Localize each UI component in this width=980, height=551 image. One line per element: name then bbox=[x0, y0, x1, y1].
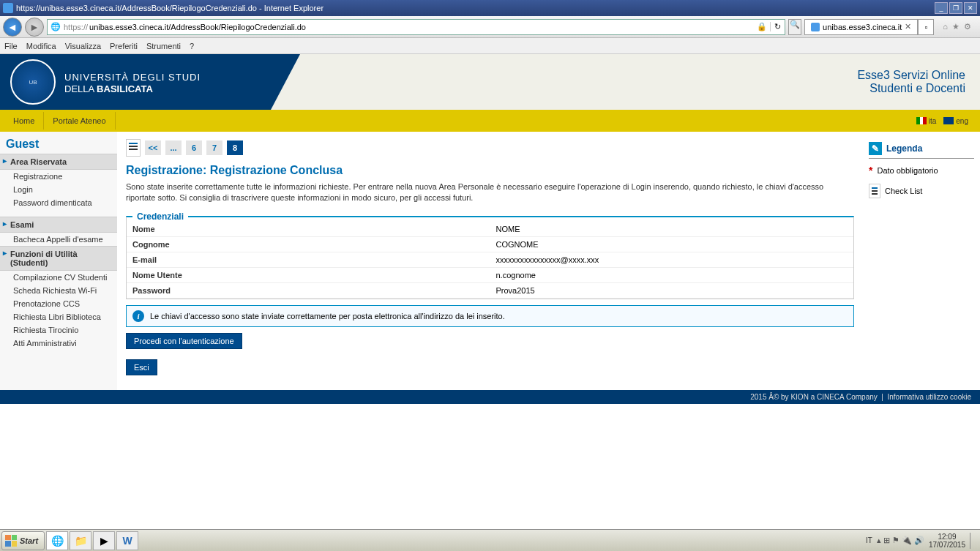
service-title-2: Studenti e Docenti bbox=[857, 82, 965, 95]
window-minimize[interactable]: _ bbox=[935, 2, 948, 14]
sidebar-group-utilita[interactable]: Funzioni di Utilità (Studenti) bbox=[0, 246, 117, 271]
exit-button[interactable]: Esci bbox=[126, 359, 157, 375]
url-input[interactable] bbox=[88, 20, 754, 34]
window-close[interactable]: ✕ bbox=[964, 2, 977, 14]
uni-name-1a: UNIVERSITÀ bbox=[64, 72, 129, 83]
checklist-icon bbox=[126, 139, 141, 157]
sidebar-link-registrazione[interactable]: Registrazione bbox=[0, 170, 117, 183]
sidebar-link-cv[interactable]: Compilazione CV Studenti bbox=[0, 271, 117, 284]
value-password: Prova2015 bbox=[490, 282, 854, 298]
url-prefix: https:// bbox=[64, 23, 88, 31]
table-row: Nome Utenten.cognome bbox=[127, 267, 853, 282]
label-email: E-mail bbox=[127, 252, 490, 267]
wizard-step-7[interactable]: 7 bbox=[206, 140, 222, 155]
table-row: CognomeCOGNOME bbox=[127, 236, 853, 252]
nav-home[interactable]: Home bbox=[4, 112, 44, 130]
asterisk-icon: * bbox=[869, 165, 872, 176]
uni-name-1b: DEGLI STUDI bbox=[132, 72, 201, 83]
nav-forward-button[interactable]: ► bbox=[25, 18, 44, 37]
home-icon[interactable]: ⌂ bbox=[943, 22, 948, 31]
favicon-icon bbox=[811, 23, 820, 31]
label-utente: Nome Utente bbox=[127, 267, 490, 282]
proceed-auth-button[interactable]: Procedi con l'autenticazione bbox=[126, 333, 242, 349]
legend-header: ✎ Legenda bbox=[869, 139, 974, 159]
sidebar-link-bacheca[interactable]: Bacheca Appelli d'esame bbox=[0, 233, 117, 246]
value-nome: NOME bbox=[490, 222, 854, 237]
legend-icon: ✎ bbox=[869, 142, 882, 155]
ie-page-icon: 🌐 bbox=[48, 22, 64, 31]
window-restore[interactable]: ❐ bbox=[949, 2, 962, 14]
label-nome: Nome bbox=[127, 222, 490, 237]
sidebar-link-wifi[interactable]: Scheda Richiesta Wi-Fi bbox=[0, 284, 117, 297]
search-dropdown[interactable]: 🔍 bbox=[788, 19, 801, 35]
credentials-fieldset: Credenziali NomeNOME CognomeCOGNOME E-ma… bbox=[126, 211, 854, 299]
footer-copyright: 2015 Â© by KION a CINECA Company bbox=[750, 393, 878, 401]
intro-text: Sono state inserite correttamente tutte … bbox=[126, 181, 854, 204]
main-content: << ... 6 7 8 Registrazione: Registrazion… bbox=[117, 132, 863, 390]
favorites-icon[interactable]: ★ bbox=[952, 22, 960, 31]
sidebar-link-password[interactable]: Password dimenticata bbox=[0, 196, 117, 209]
footer-cookie-link[interactable]: Informativa utilizzo cookie bbox=[888, 393, 972, 401]
sidebar-link-atti[interactable]: Atti Amministrativi bbox=[0, 337, 117, 350]
sidebar-group-esami[interactable]: Esami bbox=[0, 217, 117, 233]
checklist-small-icon bbox=[869, 184, 880, 198]
menu-tools[interactable]: Strumenti bbox=[146, 42, 181, 50]
value-email: xxxxxxxxxxxxxxxx@xxxx.xxx bbox=[490, 252, 854, 267]
browser-tab[interactable]: unibas.esse3.cineca.it ✕ bbox=[804, 19, 918, 35]
legend-checklist-label: Check List bbox=[885, 187, 922, 195]
sidebar-guest-title: Guest bbox=[0, 132, 117, 154]
site-header: UB UNIVERSITÀ DEGLI STUDI DELLA BASILICA… bbox=[0, 54, 980, 110]
menu-help[interactable]: ? bbox=[190, 42, 194, 50]
browser-navbar: ◄ ► 🌐 https:// 🔒 ↻ 🔍 unibas.esse3.cineca… bbox=[0, 16, 980, 38]
legend-title: Legenda bbox=[886, 143, 922, 154]
table-row: NomeNOME bbox=[127, 222, 853, 237]
wizard-step-8[interactable]: 8 bbox=[227, 140, 243, 155]
credentials-table: NomeNOME CognomeCOGNOME E-mailxxxxxxxxxx… bbox=[127, 222, 853, 299]
menu-edit[interactable]: Modifica bbox=[26, 42, 56, 50]
wizard-step-back[interactable]: << bbox=[145, 140, 161, 155]
sidebar-link-login[interactable]: Login bbox=[0, 183, 117, 196]
window-title: https://unibas.esse3.cineca.it/AddressBo… bbox=[16, 4, 323, 12]
info-message-text: Le chiavi d'accesso sono state inviate c… bbox=[150, 312, 505, 321]
info-icon: i bbox=[132, 310, 144, 322]
table-row: PasswordProva2015 bbox=[127, 282, 853, 298]
legend-checklist: Check List bbox=[869, 178, 974, 200]
new-tab-button[interactable]: ▫ bbox=[918, 19, 934, 35]
menu-file[interactable]: File bbox=[4, 42, 18, 50]
address-bar[interactable]: 🌐 https:// 🔒 ↻ bbox=[47, 19, 785, 35]
refresh-button[interactable]: ↻ bbox=[770, 22, 785, 31]
wizard-step-6[interactable]: 6 bbox=[186, 140, 202, 155]
nav-back-button[interactable]: ◄ bbox=[3, 18, 22, 37]
left-sidebar: Guest Area Riservata Registrazione Login… bbox=[0, 132, 117, 390]
lang-eng[interactable]: eng bbox=[943, 117, 968, 125]
lang-ita[interactable]: ita bbox=[916, 117, 937, 125]
uni-name-2a: DELLA bbox=[64, 83, 94, 94]
fieldset-legend: Credenziali bbox=[132, 211, 188, 222]
nav-portale[interactable]: Portale Ateneo bbox=[44, 112, 115, 130]
ie-icon bbox=[3, 3, 13, 13]
menu-favorites[interactable]: Preferiti bbox=[110, 42, 138, 50]
tools-icon[interactable]: ⚙ bbox=[964, 22, 971, 31]
legend-mandatory: * Dato obbligatorio bbox=[869, 159, 974, 178]
wizard-steps: << ... 6 7 8 bbox=[126, 139, 854, 157]
lock-icon: 🔒 bbox=[754, 22, 770, 31]
menu-view[interactable]: Visualizza bbox=[65, 42, 101, 50]
sidebar-link-ccs[interactable]: Prenotazione CCS bbox=[0, 297, 117, 310]
legend-sidebar: ✎ Legenda * Dato obbligatorio Check List bbox=[863, 132, 980, 390]
page-title: Registrazione: Registrazione Conclusa bbox=[126, 164, 854, 177]
uni-name-2b: BASILICATA bbox=[97, 83, 153, 94]
sidebar-link-tirocinio[interactable]: Richiesta Tirocinio bbox=[0, 323, 117, 337]
window-titlebar: https://unibas.esse3.cineca.it/AddressBo… bbox=[0, 0, 980, 16]
label-password: Password bbox=[127, 282, 490, 298]
browser-menubar: File Modifica Visualizza Preferiti Strum… bbox=[0, 38, 980, 54]
sidebar-link-libri[interactable]: Richiesta Libri Biblioteca bbox=[0, 310, 117, 323]
table-row: E-mailxxxxxxxxxxxxxxxx@xxxx.xxx bbox=[127, 252, 853, 267]
flag-it-icon bbox=[916, 117, 927, 124]
wizard-step-ellipsis[interactable]: ... bbox=[165, 140, 182, 155]
tab-close-icon[interactable]: ✕ bbox=[905, 22, 911, 31]
label-cognome: Cognome bbox=[127, 236, 490, 252]
service-title-1: Esse3 Servizi Online bbox=[857, 69, 965, 82]
legend-mandatory-label: Dato obbligatorio bbox=[877, 166, 938, 175]
university-seal-logo: UB bbox=[10, 59, 56, 105]
sidebar-group-area-riservata[interactable]: Area Riservata bbox=[0, 154, 117, 170]
